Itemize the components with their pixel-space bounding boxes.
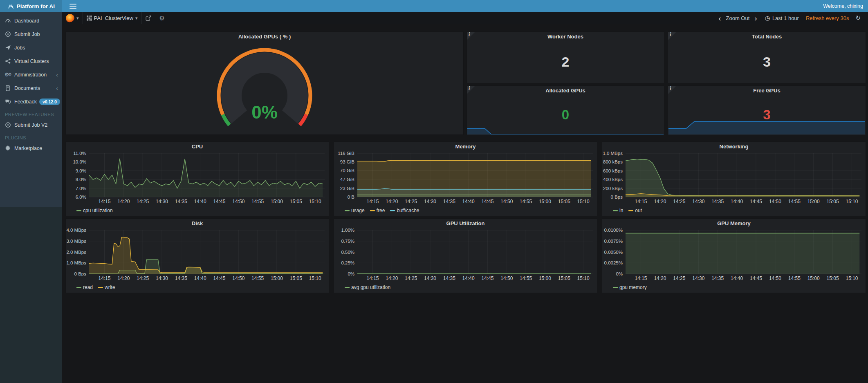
refresh-button[interactable]: ↻ [852, 12, 864, 24]
grafana-menu-button[interactable]: ▾ [62, 12, 83, 24]
panel-title[interactable]: CPU [66, 142, 329, 151]
gpu-utilization-chart[interactable]: 0%0.25%0.50%0.75%1.00%14:1514:2014:2514:… [334, 228, 597, 282]
version-badge: v0.12.0 [39, 99, 60, 105]
panel-info-corner[interactable] [668, 32, 676, 40]
sidebar-item-submit-job[interactable]: Submit Job [0, 27, 62, 41]
svg-text:14:45: 14:45 [481, 199, 493, 204]
svg-text:14:35: 14:35 [711, 275, 724, 281]
svg-text:14:30: 14:30 [692, 275, 704, 281]
legend-item[interactable]: free [370, 208, 385, 213]
panel-title[interactable]: Disk [66, 219, 329, 228]
sidebar-item-feedback[interactable]: Feedback v0.12.0 [0, 95, 62, 108]
svg-text:14:15: 14:15 [366, 275, 379, 281]
panel-title[interactable]: Total Nodes [668, 32, 866, 41]
sidebar-item-label: Submit Job [14, 31, 40, 37]
sidebar-item-marketplace[interactable]: Marketplace [0, 141, 62, 155]
sidebar-item-documents[interactable]: Documents ‹ [0, 81, 62, 95]
panel-info-corner[interactable] [668, 86, 676, 94]
panel-title[interactable]: Allocated GPUs ( % ) [66, 32, 463, 41]
svg-text:0.0075%: 0.0075% [604, 239, 623, 244]
svg-text:14:20: 14:20 [654, 275, 666, 281]
share-dashboard-button[interactable] [141, 12, 155, 24]
hamburger-menu-icon[interactable] [67, 2, 79, 10]
svg-text:14:40: 14:40 [194, 275, 206, 281]
svg-text:47 GiB: 47 GiB [340, 177, 354, 182]
panel-free-gpus: i Free GPUs 3 [668, 85, 866, 135]
panel-title[interactable]: GPU Memory [602, 219, 866, 228]
dashboard-grid: Allocated GPUs ( % ) 0% i Worker Nodes 2… [62, 24, 868, 383]
panel-title[interactable]: Allocated GPUs [467, 86, 664, 95]
legend-item[interactable]: avg gpu utilization [345, 284, 390, 290]
panel-info-corner[interactable] [467, 86, 475, 94]
panel-info-corner[interactable] [467, 32, 475, 40]
top-navbar: Platform for AI Welcome, chixing [0, 0, 868, 12]
svg-text:14:35: 14:35 [443, 275, 455, 281]
refresh-interval-picker[interactable]: Refresh every 30s [804, 12, 851, 24]
legend-item[interactable]: in [613, 208, 623, 213]
svg-text:14:55: 14:55 [788, 275, 801, 281]
cluster-icon [4, 58, 12, 64]
gpu-memory-chart[interactable]: 0%0.0025%0.0050%0.0075%0.0100%14:1514:20… [602, 228, 866, 282]
svg-text:0.0050%: 0.0050% [604, 250, 623, 255]
legend-item[interactable]: read [76, 284, 93, 290]
legend-item[interactable]: usage [345, 208, 365, 213]
legend-item[interactable]: out [628, 208, 642, 213]
chevron-left-icon: ‹ [56, 72, 58, 78]
svg-text:0%: 0% [348, 271, 354, 276]
svg-text:14:25: 14:25 [137, 199, 149, 204]
svg-text:15:10: 15:10 [309, 275, 321, 281]
svg-text:15:10: 15:10 [846, 275, 858, 281]
legend-item[interactable]: cpu utilization [76, 208, 113, 213]
chart-legend: inout [613, 206, 864, 215]
svg-text:0.25%: 0.25% [341, 260, 354, 265]
svg-text:0.0100%: 0.0100% [604, 228, 623, 233]
sidebar-item-administration[interactable]: ⚙⚙ Administration ‹ [0, 68, 62, 81]
svg-text:14:30: 14:30 [156, 275, 168, 281]
legend-dash-icon [76, 287, 81, 288]
sidebar-item-label: Administration [14, 72, 47, 78]
user-welcome[interactable]: Welcome, chixing [823, 3, 863, 9]
sidebar-item-virtual-clusters[interactable]: Virtual Clusters [0, 54, 62, 68]
zoom-out-button[interactable]: Zoom Out [725, 12, 751, 24]
svg-text:14:50: 14:50 [232, 275, 244, 281]
sidebar-item-label: Virtual Clusters [14, 58, 49, 64]
sidebar-item-submit-job-v2[interactable]: Submit Job V2 [0, 118, 62, 132]
sidebar-item-jobs[interactable]: Jobs [0, 41, 62, 54]
svg-text:1.00%: 1.00% [341, 228, 354, 233]
cpu-chart[interactable]: 6.0%7.0%8.0%9.0%10.0%11.0%14:1514:2014:2… [66, 151, 329, 205]
disk-chart[interactable]: 0 Bps1.0 MBps2.0 MBps3.0 MBps4.0 MBps14:… [66, 228, 329, 282]
panel-title[interactable]: Networking [602, 142, 866, 151]
sidebar-item-dashboard[interactable]: Dashboard [0, 14, 62, 27]
svg-text:2.0 MBps: 2.0 MBps [66, 250, 86, 255]
panel-title[interactable]: GPU Utilization [334, 219, 597, 228]
dashboard-picker[interactable]: PAI_ClusterView ▾ [83, 12, 141, 24]
legend-dash-icon [628, 210, 633, 211]
svg-text:14:20: 14:20 [117, 199, 130, 204]
svg-text:14:15: 14:15 [366, 199, 379, 204]
legend-item[interactable]: gpu memory [613, 284, 647, 290]
stat-value: 2 [467, 41, 664, 83]
grafana-content: ▾ PAI_ClusterView ▾ ⚙ ‹ Zoom Out [62, 12, 868, 383]
svg-text:15:00: 15:00 [539, 199, 551, 204]
panel-title[interactable]: Worker Nodes [467, 32, 664, 41]
legend-item[interactable]: buff/cache [390, 208, 419, 213]
time-back-button[interactable]: ‹ [716, 14, 723, 22]
memory-chart[interactable]: 0 B23 GiB47 GiB70 GiB93 GiB116 GiB14:151… [334, 151, 597, 205]
svg-text:14:20: 14:20 [386, 199, 398, 204]
svg-text:15:00: 15:00 [271, 199, 283, 204]
svg-text:14:45: 14:45 [750, 275, 762, 281]
panel-title[interactable]: Free GPUs [668, 86, 866, 95]
svg-text:14:25: 14:25 [405, 275, 417, 281]
svg-text:14:35: 14:35 [175, 275, 187, 281]
svg-text:14:55: 14:55 [520, 275, 532, 281]
time-range-picker[interactable]: ◷ Last 1 hour [761, 12, 803, 24]
brand[interactable]: Platform for AI [0, 0, 62, 12]
legend-item[interactable]: write [98, 284, 115, 290]
panel-title[interactable]: Memory [334, 142, 597, 151]
svg-text:14:40: 14:40 [731, 199, 743, 204]
networking-chart[interactable]: 0 Bps200 kBps400 kBps600 kBps800 kBps1.0… [602, 151, 866, 205]
chevron-left-icon: ‹ [56, 85, 58, 91]
time-forward-button[interactable]: › [752, 14, 759, 22]
svg-text:14:15: 14:15 [635, 275, 647, 281]
dashboard-settings-button[interactable]: ⚙ [155, 12, 168, 24]
